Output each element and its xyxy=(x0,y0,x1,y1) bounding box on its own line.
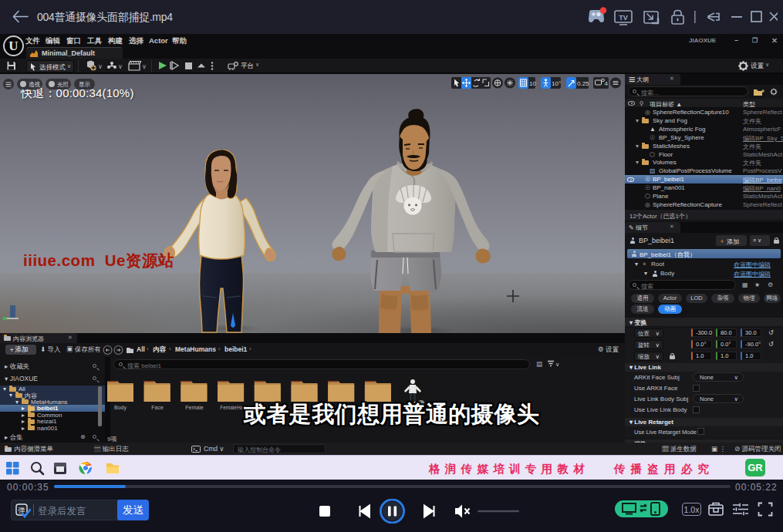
svg-text:0.25: 0.25 xyxy=(577,80,589,87)
svg-text:显示: 显示 xyxy=(79,81,91,88)
svg-text:∨: ∨ xyxy=(118,63,123,70)
svg-text:10°: 10° xyxy=(552,80,561,87)
svg-text:4: 4 xyxy=(605,80,609,87)
svg-text:透视: 透视 xyxy=(29,81,41,88)
svg-text:∨: ∨ xyxy=(98,63,103,70)
svg-text:∨: ∨ xyxy=(142,63,146,70)
svg-text:10: 10 xyxy=(529,80,536,87)
svg-text:光照: 光照 xyxy=(57,81,69,88)
svg-text:TV: TV xyxy=(619,14,628,22)
